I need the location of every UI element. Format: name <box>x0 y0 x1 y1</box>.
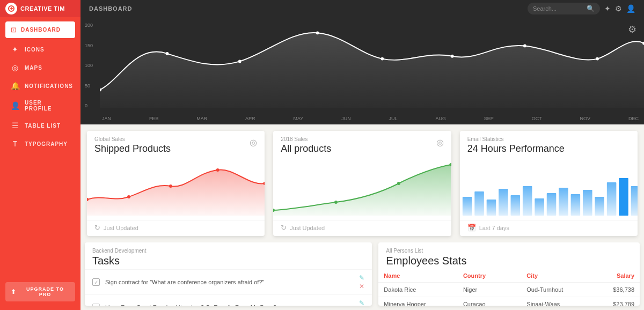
svg-rect-32 <box>619 178 628 216</box>
card1-footer-text: Just Updated <box>104 225 138 231</box>
card2-title-area: 2018 Sales All products <box>281 136 331 154</box>
sidebar-item-notifications[interactable]: 🔔 NOTIFICATIONS <box>0 77 80 95</box>
x-label-dec: DEC <box>628 116 639 121</box>
sidebar-item-label-notifications: NOTIFICATIONS <box>25 83 73 89</box>
card2-title: All products <box>281 143 331 154</box>
tasks-list: Sign contract for "What are conference o… <box>85 269 372 306</box>
upgrade-button[interactable]: ⬆ UPGRADE TO PRO <box>5 282 75 301</box>
card1-title-area: Global Sales Shipped Products <box>94 136 171 154</box>
task-check-2[interactable] <box>92 304 100 306</box>
card2-settings-icon[interactable]: ◎ <box>436 137 444 147</box>
svg-rect-20 <box>474 191 484 216</box>
sidebar-item-typography[interactable]: T TYPOGRAPHY <box>0 135 80 153</box>
task-delete-1[interactable]: ✕ <box>359 283 364 290</box>
svg-point-13 <box>216 168 219 172</box>
main-content: DASHBOARD 🔍 ✦ ⚙ 👤 200 150 100 50 0 <box>80 0 644 310</box>
card2-footer-text: Just Updated <box>290 225 325 231</box>
task-actions-2: ✎ ✕ <box>359 299 364 306</box>
logo-text: CREATIVE TIM <box>20 5 65 12</box>
calendar-icon-3: 📅 <box>467 224 476 232</box>
x-label-aug: AUG <box>435 116 446 121</box>
svg-rect-28 <box>570 194 580 216</box>
card2-label: 2018 Sales <box>281 136 331 142</box>
svg-rect-27 <box>559 188 568 216</box>
sidebar-item-maps[interactable]: ◎ MAPS <box>0 58 80 77</box>
card1-header: Global Sales Shipped Products ◎ <box>87 131 265 154</box>
refresh-icon-2: ↻ <box>281 224 287 232</box>
chart-gear-icon[interactable]: ⚙ <box>628 24 636 35</box>
performance-card: Email Statistics 24 Hours Performance <box>460 131 638 236</box>
card2-header: 2018 Sales All products ◎ <box>273 131 451 154</box>
svg-rect-22 <box>499 189 508 216</box>
header-right: 🔍 ✦ ⚙ 👤 <box>528 3 635 14</box>
emp-city-2: Sinaai-Waas <box>521 297 591 306</box>
sidebar-item-icons[interactable]: ✦ ICONS <box>0 40 80 58</box>
all-products-card: 2018 Sales All products ◎ <box>273 131 451 236</box>
x-label-feb: FEB <box>149 116 159 121</box>
chart-y-labels: 200 150 100 50 0 <box>85 23 93 108</box>
emp-name-1: Dakota Rice <box>378 283 458 297</box>
emp-row-2: Minerva Hooper Curaçao Sinaai-Waas $23,7… <box>378 297 640 306</box>
svg-rect-26 <box>546 193 556 216</box>
y-label-100: 100 <box>85 63 93 68</box>
task-text-1: Sign contract for "What are conference o… <box>105 279 355 285</box>
user-header-icon[interactable]: 👤 <box>626 4 635 13</box>
task-item-2: Lines From Great Russian Literature? Or … <box>85 294 372 306</box>
notifications-header-icon[interactable]: ✦ <box>604 4 611 13</box>
card3-title-area: Email Statistics 24 Hours Performance <box>467 136 565 154</box>
svg-rect-29 <box>583 190 592 216</box>
card1-label: Global Sales <box>94 136 171 142</box>
y-label-0: 0 <box>85 103 93 108</box>
typography-icon: T <box>11 139 19 148</box>
user-profile-icon: 👤 <box>11 101 19 110</box>
svg-rect-21 <box>486 200 496 216</box>
sidebar-item-label-typography: TYPOGRAPHY <box>25 141 68 147</box>
col-city: City <box>521 269 591 283</box>
svg-point-16 <box>334 201 338 204</box>
task-edit-2[interactable]: ✎ <box>359 299 364 306</box>
emp-name-2: Minerva Hooper <box>378 297 458 306</box>
search-box[interactable]: 🔍 <box>528 3 600 14</box>
svg-rect-31 <box>606 182 616 216</box>
svg-rect-19 <box>463 197 472 216</box>
notifications-icon: 🔔 <box>11 82 19 90</box>
x-label-nov: NOV <box>580 116 591 121</box>
settings-header-icon[interactable]: ⚙ <box>615 4 622 13</box>
search-input[interactable] <box>533 5 587 12</box>
x-label-oct: OCT <box>532 116 542 121</box>
upgrade-label: UPGRADE TO PRO <box>20 286 70 297</box>
sidebar-item-user-profile[interactable]: 👤 USER PROFILE <box>0 95 80 116</box>
sidebar: CREATIVE TIM ⊡ DASHBOARD ✦ ICONS ◎ MAPS … <box>0 0 80 310</box>
task-item-1: Sign contract for "What are conference o… <box>85 269 372 294</box>
emp-country-1: Niger <box>458 283 521 297</box>
task-check-1[interactable] <box>92 278 100 286</box>
emp-salary-2: $23,789 <box>592 297 640 306</box>
sidebar-item-label-icons: ICONS <box>25 47 45 53</box>
sidebar-item-label-table-list: TABLE LIST <box>25 123 61 129</box>
chart-x-labels: JAN FEB MAR APR MAY JUN JUL AUG SEP OCT … <box>102 116 639 121</box>
main-chart: 200 150 100 50 0 <box>80 17 644 124</box>
card1-settings-icon[interactable]: ◎ <box>250 137 257 147</box>
emp-country-2: Curaçao <box>458 297 521 306</box>
svg-rect-24 <box>523 186 532 216</box>
card3-label: Email Statistics <box>467 136 565 142</box>
card1-footer: ↻ Just Updated <box>87 220 265 236</box>
col-salary: Salary <box>592 269 640 283</box>
svg-point-17 <box>397 182 400 185</box>
y-label-150: 150 <box>85 43 93 48</box>
svg-point-6 <box>451 55 454 58</box>
y-label-200: 200 <box>85 23 93 28</box>
main-chart-svg <box>100 23 644 108</box>
page-title: DASHBOARD <box>89 5 133 12</box>
svg-rect-30 <box>595 197 604 216</box>
sidebar-item-label-maps: MAPS <box>25 65 42 71</box>
sidebar-item-table-list[interactable]: ☰ TABLE LIST <box>0 116 80 135</box>
svg-point-8 <box>596 57 599 61</box>
x-label-mar: MAR <box>196 116 207 121</box>
sidebar-item-dashboard[interactable]: ⊡ DASHBOARD <box>5 21 75 38</box>
sidebar-bottom: ⬆ UPGRADE TO PRO <box>0 277 80 310</box>
card3-header: Email Statistics 24 Hours Performance <box>460 131 638 154</box>
task-edit-1[interactable]: ✎ <box>359 274 364 282</box>
tasks-card-header: Backend Development Tasks <box>85 242 372 269</box>
tasks-label: Backend Development <box>92 248 364 254</box>
